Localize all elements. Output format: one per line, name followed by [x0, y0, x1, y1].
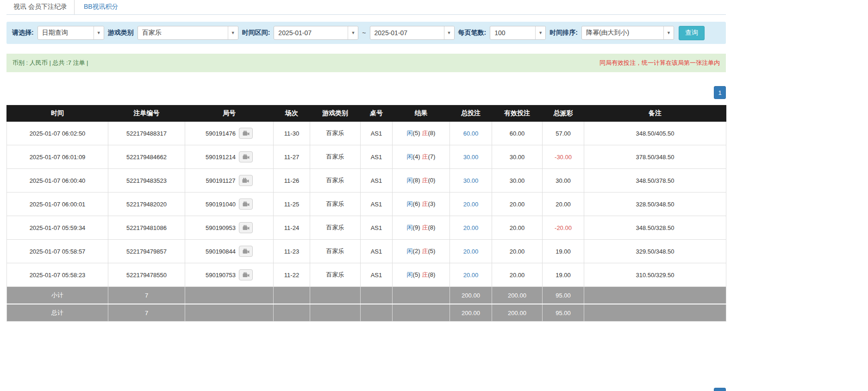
video-replay-button[interactable]	[239, 246, 253, 257]
chevron-down-icon[interactable]: ▼	[535, 26, 545, 39]
date-to-dropdown[interactable]: 2025-01-07 ▼	[370, 26, 455, 40]
search-button[interactable]: 查询	[679, 26, 705, 40]
page-size-dropdown[interactable]: 100 ▼	[490, 26, 546, 40]
result-player-label: 闲	[407, 248, 413, 254]
game-type-value: 百家乐	[138, 29, 228, 37]
cell-valid-bet: 30.00	[492, 169, 543, 192]
payout-value: 30.00	[556, 177, 571, 184]
table-row: 2025-01-07 05:58:57 522179479857 5901908…	[7, 240, 726, 263]
round-id-text: 590191127	[206, 177, 235, 184]
cell-game-type: 百家乐	[310, 263, 361, 287]
result-player-score: (5)	[413, 271, 420, 278]
empty-cell	[361, 287, 393, 304]
col-game-type: 游戏类别	[310, 106, 361, 122]
tab-bb-video-points[interactable]: BB视讯积分	[77, 0, 125, 14]
chevron-down-icon[interactable]: ▼	[663, 26, 674, 39]
sort-order-dropdown[interactable]: 降幂(由大到小) ▼	[581, 26, 674, 40]
video-camera-icon	[243, 130, 250, 136]
page-size-label: 每页笔数:	[458, 29, 487, 37]
round-id-text: 590190753	[206, 272, 236, 279]
table-row: 2025-01-07 06:00:40 522179483523 5901911…	[7, 169, 726, 192]
col-remark: 备注	[584, 106, 726, 122]
cell-valid-bet: 60.00	[492, 122, 543, 145]
cell-payout: 19.00	[543, 240, 584, 263]
video-replay-button[interactable]	[239, 151, 253, 162]
cell-remark: 328.50/348.50	[584, 192, 726, 216]
empty-cell	[185, 304, 274, 322]
result-player-label: 闲	[407, 224, 413, 231]
page-1-button-bottom[interactable]: 1	[714, 388, 726, 391]
chevron-down-icon[interactable]: ▼	[444, 26, 454, 39]
cell-game-type: 百家乐	[310, 240, 361, 263]
cell-time: 2025-01-07 05:58:23	[7, 263, 108, 287]
col-result: 结果	[393, 106, 450, 122]
cell-table-no: AS1	[361, 169, 393, 192]
col-total-bet: 总投注	[450, 106, 492, 122]
result-banker-score: (3)	[428, 200, 436, 207]
result-player-label: 闲	[407, 153, 413, 160]
video-camera-icon	[242, 178, 249, 183]
result-banker-score: (8)	[428, 224, 436, 231]
table-row: 2025-01-07 05:59:34 522179481086 5901909…	[7, 216, 726, 240]
cell-round-id: 590191476	[185, 122, 274, 145]
total-bet-link[interactable]: 20.00	[463, 248, 479, 255]
grand-total-label: 总计	[7, 304, 108, 322]
cell-session: 11-27	[274, 145, 310, 169]
round-id-text: 590191040	[206, 201, 236, 208]
cell-payout: 30.00	[543, 169, 584, 192]
cell-round-id: 590191214	[185, 145, 274, 169]
page-1-button[interactable]: 1	[714, 86, 726, 99]
result-banker-score: (7)	[428, 153, 436, 160]
table-row: 2025-01-07 06:02:50 522179488317 5901914…	[7, 122, 726, 145]
result-banker-label: 庄	[422, 224, 428, 231]
date-from-dropdown[interactable]: 2025-01-07 ▼	[274, 26, 358, 40]
result-banker-label: 庄	[422, 153, 428, 160]
cell-result: 闲(5)庄(8)	[393, 122, 450, 145]
video-replay-button[interactable]	[239, 128, 253, 139]
pagination-bottom: 1	[714, 388, 726, 391]
tab-betting-records[interactable]: 视讯 会员下注纪录	[6, 0, 75, 14]
video-replay-button[interactable]	[239, 222, 253, 233]
cell-session: 11-22	[274, 263, 310, 287]
video-replay-button[interactable]	[239, 269, 253, 280]
video-replay-button[interactable]	[239, 199, 253, 210]
chevron-down-icon[interactable]: ▼	[94, 26, 104, 39]
content: 视讯 会员下注纪录 BB视讯积分 请选择: 日期查询 ▼ 游戏类别 百家乐 ▼ …	[6, 0, 726, 322]
query-type-dropdown[interactable]: 日期查询 ▼	[37, 26, 104, 40]
cell-bet-id: 522179479857	[108, 240, 185, 263]
total-bet-link[interactable]: 20.00	[463, 201, 479, 208]
cell-time: 2025-01-07 06:01:09	[7, 145, 108, 169]
total-bet-link[interactable]: 20.00	[463, 224, 479, 231]
summary-bar: 币别 : 人民币 | 总共 :7 注单 | 同局有效投注，统一计算在该局第一张注…	[6, 54, 726, 72]
cell-remark: 378.50/348.50	[584, 145, 726, 169]
video-camera-icon	[243, 225, 250, 230]
video-replay-button[interactable]	[239, 175, 253, 186]
cell-table-no: AS1	[361, 263, 393, 287]
cell-bet-id: 522179481086	[108, 216, 185, 240]
total-bet-link[interactable]: 30.00	[463, 177, 479, 184]
chevron-down-icon[interactable]: ▼	[228, 26, 238, 39]
game-type-dropdown[interactable]: 百家乐 ▼	[137, 26, 238, 40]
total-bet-link[interactable]: 20.00	[463, 272, 479, 279]
cell-game-type: 百家乐	[310, 145, 361, 169]
cell-table-no: AS1	[361, 216, 393, 240]
empty-cell	[584, 304, 726, 322]
result-banker-score: (0)	[428, 177, 436, 184]
payout-value: 19.00	[556, 248, 571, 255]
cell-bet-id: 522179482020	[108, 192, 185, 216]
total-bet-link[interactable]: 30.00	[463, 154, 479, 161]
total-bet-link[interactable]: 60.00	[463, 130, 479, 137]
cell-game-type: 百家乐	[310, 122, 361, 145]
cell-valid-bet: 30.00	[492, 145, 543, 169]
payout-value: -30.00	[555, 154, 572, 161]
round-id-text: 590191214	[206, 154, 236, 161]
empty-cell	[393, 287, 450, 304]
col-time: 时间	[7, 106, 108, 122]
cell-bet-id: 522179478550	[108, 263, 185, 287]
currency-total-text: 币别 : 人民币 | 总共 :7 注单 |	[12, 59, 88, 67]
chevron-down-icon[interactable]: ▼	[348, 26, 358, 39]
empty-cell	[185, 287, 274, 304]
page-size-value: 100	[490, 29, 535, 37]
round-id-text: 590190953	[206, 224, 236, 231]
cell-total-bet: 20.00	[450, 216, 492, 240]
